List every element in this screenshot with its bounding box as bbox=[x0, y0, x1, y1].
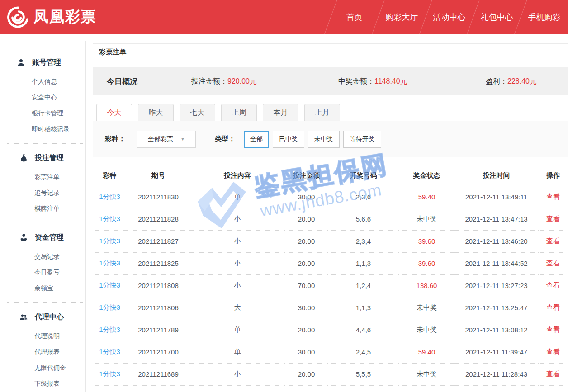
view-link[interactable]: 查看 bbox=[546, 326, 560, 333]
cell-lottery-link[interactable]: 1分快3 bbox=[93, 297, 127, 319]
cell-action: 查看 bbox=[538, 319, 568, 341]
type-filter-buttons: 全部 已中奖 未中奖 等待开奖 bbox=[244, 131, 381, 148]
sidebar-section-account: 账号管理 个人信息安全中心银行卡管理即时稽核记录 bbox=[4, 48, 85, 143]
sidebar-item[interactable]: 代理说明 bbox=[7, 328, 83, 344]
sidebar-item[interactable]: 无限代佣金 bbox=[7, 360, 83, 376]
nav-separator bbox=[324, 0, 337, 34]
cell-numbers: 1,1,3 bbox=[328, 297, 399, 319]
table-row: 1分快3 20211211806 大 30.00 1,1,3 未中奖 2021-… bbox=[93, 297, 568, 319]
col-content: 投注内容 bbox=[190, 165, 285, 186]
cell-content: 小 bbox=[190, 230, 285, 252]
sidebar-item[interactable]: 交易记录 bbox=[7, 249, 83, 264]
filter-panel: 彩种： 全部彩票 ▼ 类型： 全部 已中奖 未中奖 等待开奖 bbox=[93, 121, 568, 157]
sidebar-item[interactable]: 安全中心 bbox=[4, 90, 85, 105]
date-tab[interactable]: 今天 bbox=[96, 104, 132, 121]
table-row: 1分快3 20211211827 小 20.00 2,3,4 39.60 202… bbox=[93, 230, 568, 252]
cell-time: 2021-12-11 13:46:20 bbox=[454, 230, 538, 252]
cell-numbers: 1,1,3 bbox=[328, 252, 399, 274]
bets-table: 彩种 期号 投注内容 投注金额 开奖号码 奖金状态 投注时间 操作 1分快3 2… bbox=[93, 165, 568, 386]
sidebar-item[interactable]: 彩票注单 bbox=[7, 169, 83, 185]
cell-content: 大 bbox=[190, 297, 285, 319]
cell-issue: 20211211700 bbox=[127, 341, 190, 363]
view-link[interactable]: 查看 bbox=[546, 237, 560, 245]
agents-icon bbox=[19, 313, 28, 321]
cell-amount: 20.00 bbox=[285, 208, 328, 230]
cell-action: 查看 bbox=[538, 363, 568, 385]
sidebar-item[interactable]: 个人信息 bbox=[4, 74, 85, 90]
stat-bet-amount: 投注金额：920.00元 bbox=[191, 77, 257, 86]
cell-numbers: 5,6,6 bbox=[328, 208, 399, 230]
date-tab[interactable]: 上周 bbox=[221, 104, 257, 121]
cell-lottery-link[interactable]: 1分快3 bbox=[93, 230, 127, 252]
cell-lottery-link[interactable]: 1分快3 bbox=[93, 252, 127, 274]
cell-content: 小 bbox=[190, 252, 285, 274]
sidebar-title-account[interactable]: 账号管理 bbox=[4, 54, 85, 71]
brand[interactable]: 凤凰彩票 bbox=[7, 6, 97, 28]
cell-lottery-link[interactable]: 1分快3 bbox=[93, 274, 127, 297]
sidebar-title-betting[interactable]: 投注管理 bbox=[7, 149, 83, 166]
date-tab[interactable]: 上月 bbox=[304, 104, 340, 121]
nav-item[interactable]: 首页 bbox=[331, 0, 378, 34]
type-filter-button[interactable]: 等待开奖 bbox=[343, 131, 381, 148]
cell-lottery-link[interactable]: 1分快3 bbox=[93, 186, 127, 208]
view-link[interactable]: 查看 bbox=[546, 215, 560, 222]
cell-lottery-link[interactable]: 1分快3 bbox=[93, 363, 127, 385]
view-link[interactable]: 查看 bbox=[546, 370, 560, 378]
sidebar-item[interactable]: 即时稽核记录 bbox=[4, 121, 85, 137]
type-filter-label: 类型： bbox=[215, 135, 235, 143]
nav-item[interactable]: 手机购彩 bbox=[521, 0, 568, 34]
sidebar-item[interactable]: 今日盈亏 bbox=[7, 264, 83, 280]
date-tab[interactable]: 七天 bbox=[180, 104, 215, 121]
nav-item[interactable]: 礼包中心 bbox=[473, 0, 521, 34]
cell-content: 小 bbox=[190, 363, 285, 385]
moneybag-icon bbox=[19, 154, 28, 162]
view-link[interactable]: 查看 bbox=[546, 281, 560, 289]
sidebar-title-funds[interactable]: 资金管理 bbox=[7, 229, 83, 246]
cell-action: 查看 bbox=[538, 274, 568, 297]
lottery-filter-label: 彩种： bbox=[105, 135, 125, 143]
cell-time: 2021-12-11 13:44:52 bbox=[454, 252, 538, 274]
sidebar-section-betting: 投注管理 彩票注单追号记录棋牌注单 bbox=[7, 143, 83, 223]
view-link[interactable]: 查看 bbox=[546, 259, 560, 267]
brand-name: 凤凰彩票 bbox=[33, 7, 97, 27]
cell-action: 查看 bbox=[538, 186, 568, 208]
table-row: 1分快3 20211211700 单 30.00 2,4,5 59.40 202… bbox=[93, 341, 568, 363]
view-link[interactable]: 查看 bbox=[546, 193, 560, 200]
nav-item[interactable]: 活动中心 bbox=[426, 0, 473, 34]
table-row: 1分快3 20211211689 小 20.00 5,5,5 未中奖 2021-… bbox=[93, 363, 568, 385]
view-link[interactable]: 查看 bbox=[546, 348, 560, 355]
type-filter-button[interactable]: 全部 bbox=[244, 131, 269, 148]
cell-lottery-link[interactable]: 1分快3 bbox=[93, 208, 127, 230]
sidebar-item[interactable]: 追号记录 bbox=[7, 185, 83, 201]
sidebar-item[interactable]: 棋牌注单 bbox=[7, 201, 83, 217]
cell-lottery-link[interactable]: 1分快3 bbox=[93, 319, 127, 341]
type-filter-button[interactable]: 未中奖 bbox=[308, 131, 340, 148]
cell-amount: 20.00 bbox=[285, 252, 328, 274]
sidebar-item[interactable]: 银行卡管理 bbox=[4, 105, 85, 121]
cell-issue: 20211211806 bbox=[127, 297, 190, 319]
cell-numbers: 2,4,5 bbox=[328, 341, 399, 363]
chevron-down-icon: ▼ bbox=[180, 137, 185, 142]
cell-numbers: 4,4,6 bbox=[328, 319, 399, 341]
cell-prize-status: 未中奖 bbox=[399, 208, 454, 230]
overview-label: 今日概况 bbox=[107, 76, 137, 87]
type-filter-button[interactable]: 已中奖 bbox=[273, 131, 304, 148]
col-time: 投注时间 bbox=[454, 165, 538, 186]
nav-item[interactable]: 购彩大厅 bbox=[378, 0, 426, 34]
sidebar-item[interactable]: 余额宝 bbox=[7, 280, 83, 296]
cell-lottery-link[interactable]: 1分快3 bbox=[93, 341, 127, 363]
sidebar-item[interactable]: 代理报表 bbox=[7, 344, 83, 360]
col-prize-status: 奖金状态 bbox=[399, 165, 454, 186]
cell-amount: 30.00 bbox=[285, 186, 328, 208]
lottery-select[interactable]: 全部彩票 ▼ bbox=[137, 131, 196, 148]
cell-prize-status: 未中奖 bbox=[399, 297, 454, 319]
cell-issue: 20211211827 bbox=[127, 230, 190, 252]
sidebar-item[interactable]: 下级报表 bbox=[7, 376, 83, 392]
view-link[interactable]: 查看 bbox=[546, 303, 560, 311]
date-tab[interactable]: 本月 bbox=[263, 104, 298, 121]
date-tab[interactable]: 昨天 bbox=[138, 104, 174, 121]
col-lottery: 彩种 bbox=[93, 165, 127, 186]
cell-action: 查看 bbox=[538, 208, 568, 230]
page-title: 彩票注单 bbox=[93, 43, 568, 61]
sidebar-title-agent[interactable]: 代理中心 bbox=[7, 308, 83, 326]
